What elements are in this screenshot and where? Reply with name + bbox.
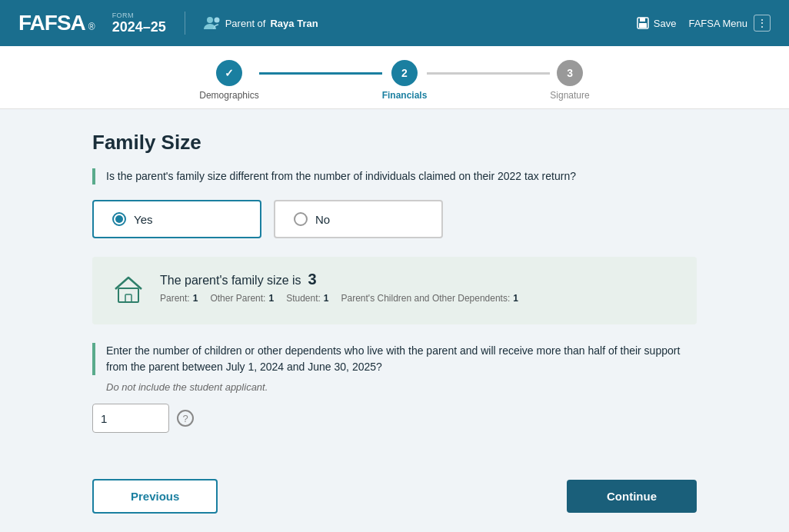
detail-student-label: Student: [286,293,321,304]
detail-student: Student: 1 [286,293,328,304]
step-signature-label: Signature [550,90,589,101]
connector-2 [427,72,550,75]
question-2-text: Enter the number of children or other de… [106,344,680,373]
radio-no[interactable]: No [274,200,443,238]
header: FAFSA ® FORM 2024–25 Parent of Raya Tran… [0,0,789,46]
step-signature: 3 Signature [550,60,589,101]
fafsa-menu-label: FAFSA Menu [688,18,747,29]
page-title: Family Size [92,131,697,155]
sub-note: Do not include the student applicant. [92,381,697,393]
previous-label: Previous [131,490,179,503]
no-label: No [315,213,330,226]
info-card-content: The parent's family size is 3 Parent: 1 … [160,271,518,304]
dependents-input[interactable] [92,404,169,433]
step-financials: 2 Financials [382,60,428,101]
svg-rect-3 [640,18,645,22]
question-1-text: Is the parent's family size different fr… [106,170,576,182]
continue-button[interactable]: Continue [567,480,697,513]
form-label: FORM [112,12,166,19]
detail-other-parent: Other Parent: 1 [210,293,274,304]
save-label: Save [654,18,677,29]
parent-info: Parent of Raya Tran [204,16,318,30]
parent-icon [204,16,221,30]
save-icon [637,17,649,29]
step-financials-circle: 2 [391,60,418,86]
header-divider [185,12,185,35]
detail-dependents-value: 1 [513,293,518,304]
progress-section: ✓ Demographics 2 Financials 3 Signature [0,46,789,109]
footer: Previous Continue [0,479,789,514]
detail-parent-value: 1 [193,293,198,304]
detail-student-value: 1 [324,293,329,304]
fafsa-menu-button[interactable]: FAFSA Menu ⋮ [688,15,771,32]
svg-rect-6 [125,294,132,302]
fafsa-logo-text: FAFSA [18,11,85,35]
save-button[interactable]: Save [637,17,677,29]
family-size-number: 3 [308,271,316,288]
detail-dependents-label: Parent's Children and Other Dependents: [341,293,511,304]
header-right: Save FAFSA Menu ⋮ [637,15,771,32]
svg-point-0 [207,17,213,23]
radio-group: Yes No [92,200,697,238]
detail-other-parent-label: Other Parent: [210,293,265,304]
house-icon [111,272,146,311]
previous-button[interactable]: Previous [92,479,218,514]
fafsa-logo: FAFSA ® [18,11,95,35]
continue-label: Continue [607,490,657,503]
radio-yes[interactable]: Yes [92,200,261,238]
info-title-prefix: The parent's family size is [160,274,301,287]
question-1: Is the parent's family size different fr… [92,168,697,185]
info-card-details: Parent: 1 Other Parent: 1 Student: 1 Par… [160,293,518,304]
main-content: Family Size Is the parent's family size … [0,109,789,471]
input-group: ? [92,404,697,433]
form-info: FORM 2024–25 [112,12,166,35]
svg-point-1 [214,18,219,23]
detail-other-parent-value: 1 [268,293,274,304]
step-demographics-label: Demographics [199,90,258,101]
step-signature-circle: 3 [557,60,583,86]
connector-1 [259,72,382,75]
question-2: Enter the number of children or other de… [92,343,697,375]
fafsa-reg-symbol: ® [88,22,95,32]
parent-name: Raya Tran [270,18,318,29]
parent-prefix: Parent of [225,18,266,29]
info-card-title: The parent's family size is 3 [160,271,518,288]
detail-parent-label: Parent: [160,293,190,304]
yes-label: Yes [134,213,152,226]
step-demographics: ✓ Demographics [199,60,258,101]
svg-rect-5 [118,288,138,302]
form-year: 2024–25 [112,19,166,35]
radio-no-circle [294,212,308,226]
progress-bar: ✓ Demographics 2 Financials 3 Signature [125,60,664,101]
menu-dots-icon: ⋮ [754,15,771,32]
family-size-info-card: The parent's family size is 3 Parent: 1 … [92,257,697,324]
svg-rect-4 [639,23,647,28]
detail-dependents: Parent's Children and Other Dependents: … [341,293,518,304]
detail-parent: Parent: 1 [160,293,198,304]
step-financials-label: Financials [382,90,428,101]
radio-yes-circle [112,212,126,226]
help-icon[interactable]: ? [177,410,194,427]
step-demographics-circle: ✓ [216,60,242,86]
